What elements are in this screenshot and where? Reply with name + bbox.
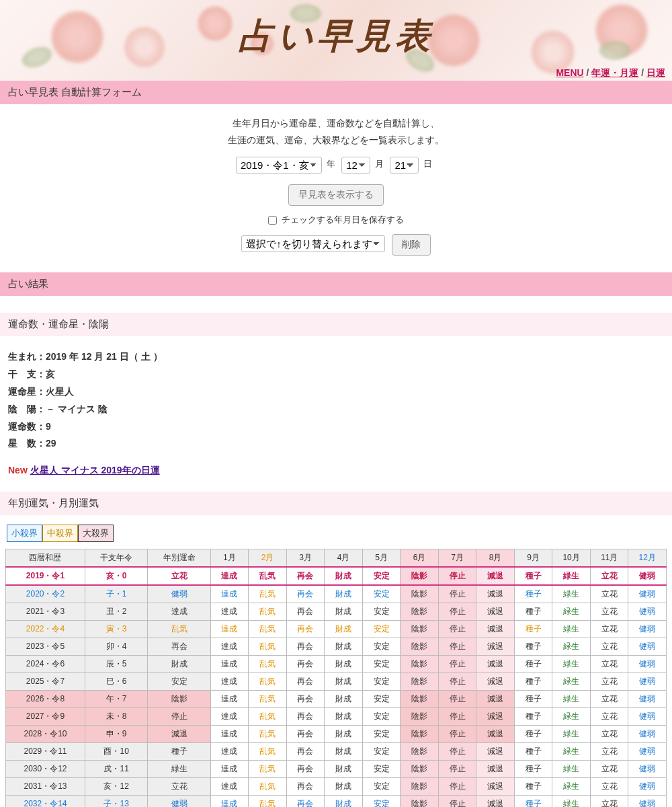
sub-section-title: 運命数・運命星・陰陽 bbox=[0, 313, 672, 336]
th-m4: 4月 bbox=[325, 549, 363, 568]
table-row: 2026・令8午・7陰影達成乱気再会財成安定陰影停止減退種子緑生立花健弱 bbox=[6, 691, 667, 708]
table-row: 2030・令12戌・11緑生達成乱気再会財成安定陰影停止減退種子緑生立花健弱 bbox=[6, 761, 667, 778]
nav-year-month[interactable]: 年運・月運 bbox=[591, 67, 638, 78]
result-body: 生まれ：2019 年 12 月 21 日（ 土 ） 干 支：亥 運命星：火星人 … bbox=[0, 336, 672, 492]
month-select[interactable]: 12 bbox=[341, 157, 370, 174]
page-title: 占い早見表 bbox=[239, 13, 434, 60]
table-row: 2028・令10申・9減退達成乱気再会財成安定陰影停止減退種子緑生立花健弱 bbox=[6, 726, 667, 743]
th-m11: 11月 bbox=[590, 549, 628, 568]
result-section-title: 占い結果 bbox=[0, 272, 672, 296]
new-label: New bbox=[8, 465, 28, 475]
th-m6: 6月 bbox=[401, 549, 439, 568]
show-table-button[interactable]: 早見表を表示する bbox=[288, 184, 384, 206]
table-row: 2022・令4寅・3乱気達成乱気再会財成安定陰影停止減退種子緑生立花健弱 bbox=[6, 621, 667, 638]
delete-button[interactable]: 削除 bbox=[392, 234, 431, 256]
table-row: 2023・令5卯・4再会達成乱気再会財成安定陰影停止減退種子緑生立花健弱 bbox=[6, 638, 667, 656]
form-area: 生年月日から運命星、運命数などを自動計算し、 生涯の運気、運命、大殺界などを一覧… bbox=[0, 104, 672, 272]
th-m10: 10月 bbox=[552, 549, 591, 568]
legend-mid: 中殺界 bbox=[42, 525, 78, 542]
year-select[interactable]: 2019・令1・亥 bbox=[236, 157, 322, 174]
header-banner: 占い早見表 MENU / 年運・月運 / 日運 bbox=[0, 0, 672, 81]
date-row: 2019・令1・亥 年 12 月 21 日 bbox=[7, 157, 665, 174]
legend-small: 小殺界 bbox=[7, 525, 42, 542]
th-fortune: 年別運命 bbox=[148, 549, 210, 568]
result-yinyang: 陰 陽：－ マイナス 陰 bbox=[8, 404, 108, 414]
th-year: 西暦和歴 bbox=[6, 549, 85, 568]
th-m5: 5月 bbox=[362, 549, 401, 568]
legend: 小殺界中殺界大殺界 bbox=[0, 515, 672, 549]
result-birth: 生まれ：2019 年 12 月 21 日（ 土 ） bbox=[8, 351, 163, 362]
result-starnum: 星 数：29 bbox=[8, 438, 56, 449]
table-row: 2019・令1亥・0立花達成乱気再会財成安定陰影停止減退種子緑生立花健弱 bbox=[6, 567, 667, 585]
th-m12: 12月 bbox=[628, 549, 667, 568]
intro-line-1: 生年月日から運命星、運命数などを自動計算し、 bbox=[7, 116, 665, 130]
table-header-row: 西暦和歴 干支年令 年別運命 1月 2月 3月 4月 5月 6月 7月 8月 9… bbox=[6, 549, 667, 568]
form-section-title: 占い早見表 自動計算フォーム bbox=[0, 81, 672, 104]
intro-line-2: 生涯の運気、運命、大殺界などを一覧表示します。 bbox=[7, 133, 665, 147]
th-eto: 干支年令 bbox=[85, 549, 147, 568]
nav-menu[interactable]: MENU bbox=[556, 67, 583, 78]
month-label: 月 bbox=[375, 157, 384, 170]
result-num: 運命数：9 bbox=[8, 421, 51, 432]
table-row: 2027・令9未・8停止達成乱気再会財成安定陰影停止減退種子緑生立花健弱 bbox=[6, 708, 667, 726]
switch-select[interactable]: 選択で↑を切り替えられます bbox=[241, 235, 385, 252]
top-nav: MENU / 年運・月運 / 日運 bbox=[556, 67, 665, 79]
fortune-table: 西暦和歴 干支年令 年別運命 1月 2月 3月 4月 5月 6月 7月 8月 9… bbox=[5, 549, 667, 807]
result-eto: 干 支：亥 bbox=[8, 369, 55, 379]
table-row: 2029・令11酉・10種子達成乱気再会財成安定陰影停止減退種子緑生立花健弱 bbox=[6, 743, 667, 761]
save-date-label: チェックする年月日を保存する bbox=[282, 215, 404, 225]
table-row: 2031・令13亥・12立花達成乱気再会財成安定陰影停止減退種子緑生立花健弱 bbox=[6, 778, 667, 796]
new-link[interactable]: 火星人 マイナス 2019年の日運 bbox=[30, 465, 160, 475]
th-m1: 1月 bbox=[210, 549, 249, 568]
legend-big: 大殺界 bbox=[78, 525, 114, 542]
th-m9: 9月 bbox=[514, 549, 552, 568]
table-row: 2021・令3丑・2達成達成乱気再会財成安定陰影停止減退種子緑生立花健弱 bbox=[6, 603, 667, 621]
table-row: 2020・令2子・1健弱達成乱気再会財成安定陰影停止減退種子緑生立花健弱 bbox=[6, 585, 667, 603]
th-m7: 7月 bbox=[438, 549, 476, 568]
day-label: 日 bbox=[423, 157, 432, 170]
th-m8: 8月 bbox=[476, 549, 515, 568]
th-m2: 2月 bbox=[249, 549, 287, 568]
year-label: 年 bbox=[327, 157, 335, 170]
table-section-title: 年別運気・月別運気 bbox=[0, 492, 672, 515]
th-m3: 3月 bbox=[286, 549, 325, 568]
table-row: 2024・令6辰・5財成達成乱気再会財成安定陰影停止減退種子緑生立花健弱 bbox=[6, 656, 667, 673]
table-row: 2032・令14子・13健弱達成乱気再会財成安定陰影停止減退種子緑生立花健弱 bbox=[6, 796, 667, 807]
result-star: 運命星：火星人 bbox=[8, 386, 74, 397]
save-date-checkbox[interactable] bbox=[268, 216, 277, 225]
day-select[interactable]: 21 bbox=[390, 157, 419, 174]
nav-day[interactable]: 日運 bbox=[646, 67, 665, 78]
table-row: 2025・令7巳・6安定達成乱気再会財成安定陰影停止減退種子緑生立花健弱 bbox=[6, 673, 667, 691]
